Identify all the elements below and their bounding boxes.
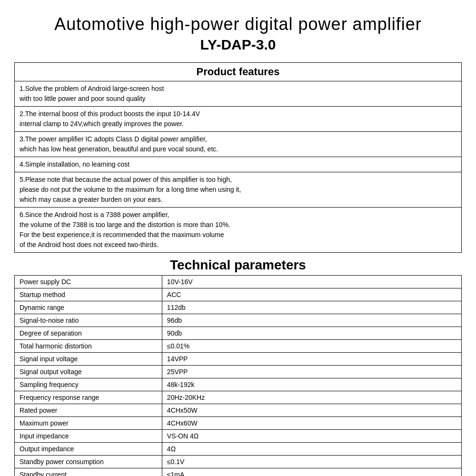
tech-param-label-11: Maximum power <box>15 417 162 430</box>
tech-param-value-4: 90db <box>162 327 461 340</box>
tech-param-label-6: Signal input voltage <box>15 353 162 366</box>
feature-item-5: 5.Please note that because the actual po… <box>15 172 462 208</box>
product-features-table: Product features 1.Solve the problem of … <box>14 62 462 253</box>
tech-param-label-15: Standby current <box>15 468 162 476</box>
tech-param-value-8: 48k-192k <box>162 378 461 391</box>
feature-item-2: 2.The internal boost of this product boo… <box>15 107 462 132</box>
tech-params-title: Technical parameters <box>14 258 462 273</box>
tech-param-value-0: 10V-16V <box>162 276 461 288</box>
sub-title: LY-DAP-3.0 <box>14 37 462 53</box>
tech-param-label-10: Rated power <box>15 404 162 417</box>
tech-params-table: Power supply DC10V-16VStartup methodACCD… <box>14 275 462 476</box>
tech-param-value-14: ≤0.1V <box>162 456 461 468</box>
feature-item-1: 1.Solve the problem of Android large-scr… <box>15 81 462 107</box>
tech-param-label-3: Signal-to-noise ratio <box>15 314 162 327</box>
tech-param-value-15: ≤1mA <box>162 468 461 476</box>
tech-param-value-11: 4CHx60W <box>162 417 461 430</box>
main-title: Automotive high-power digital power ampl… <box>14 14 462 34</box>
tech-param-value-6: 14VPP <box>162 353 461 366</box>
tech-param-label-5: Total harmonic distortion <box>15 340 162 353</box>
tech-param-label-12: Input impedance <box>15 430 162 443</box>
tech-param-label-7: Signal output voltage <box>15 366 162 378</box>
tech-param-value-10: 4CHx50W <box>162 404 461 417</box>
tech-param-value-13: 4Ω <box>162 443 461 456</box>
tech-param-label-2: Dynamic range <box>15 301 162 314</box>
tech-param-label-0: Power supply DC <box>15 276 162 288</box>
feature-item-3: 3.The power amplifier IC adopts Class D … <box>15 132 462 157</box>
tech-param-value-7: 25VPP <box>162 366 461 378</box>
feature-item-4: 4.Simple installation, no learning cost <box>15 157 462 172</box>
tech-param-label-8: Sampling frequency <box>15 378 162 391</box>
tech-param-value-12: VS-ON 4Ω <box>162 430 461 443</box>
tech-param-label-4: Degree of separation <box>15 327 162 340</box>
tech-param-value-5: ≤0.01% <box>162 340 461 353</box>
tech-param-value-1: ACC <box>162 288 461 301</box>
tech-param-label-1: Startup method <box>15 288 162 301</box>
tech-param-label-14: Standby power consumption <box>15 456 162 468</box>
tech-param-label-13: Output impedance <box>15 443 162 456</box>
tech-param-label-9: Frequency response range <box>15 391 162 404</box>
product-features-header: Product features <box>15 63 462 81</box>
tech-param-value-3: 96db <box>162 314 461 327</box>
tech-param-value-9: 20Hz-20KHz <box>162 391 461 404</box>
tech-param-value-2: 112db <box>162 301 461 314</box>
feature-item-6: 6.Since the Android host is a 7388 power… <box>15 208 462 253</box>
